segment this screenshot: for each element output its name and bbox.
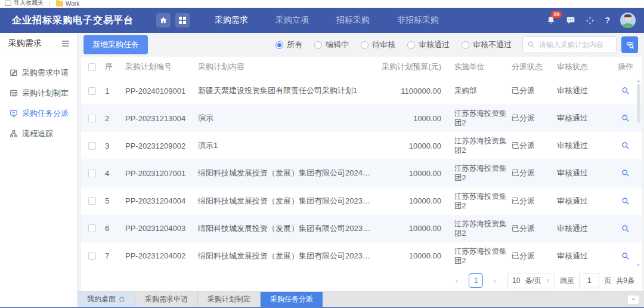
page-size-unit: 条/页 [525, 276, 541, 286]
sidebar-item[interactable]: 采购需求申请 [0, 63, 77, 83]
view-detail-button[interactable] [621, 169, 630, 177]
table-card: 序 采购计划编号 采购计划内容 采购计划预算(元) 实施单位 分派状态 审核状态… [81, 57, 642, 291]
messages-button[interactable] [566, 16, 575, 25]
scrollbar-thumb[interactable] [637, 84, 640, 122]
row-audit-status: 审核通过 [555, 85, 609, 96]
row-audit-status: 审核通过 [555, 196, 609, 207]
row-checkbox[interactable] [88, 142, 96, 150]
table-row[interactable]: 3 PP-20231209002 演示1 10000.00 江苏苏海投资集团2 … [81, 132, 642, 159]
row-checkbox[interactable] [88, 87, 96, 95]
chevron-down-icon: ∨ [546, 278, 550, 284]
header-nav: 采购需求采购立项招标采购非招标采购 [215, 15, 439, 26]
sidebar-menu: 采购需求申请 采购计划制定 采购任务分派 流程追踪 [0, 54, 77, 144]
table-row[interactable]: 2 PP-20231213004 演示 1000.00 江苏苏海投资集团2 已分… [81, 104, 642, 132]
monitor-share-icon [10, 109, 18, 118]
view-detail-button[interactable] [621, 114, 630, 122]
bookmark-folder-work[interactable]: Work [56, 1, 79, 7]
status-filter-radio[interactable]: 待审核 [361, 39, 395, 50]
row-seq: 7 [103, 251, 123, 260]
row-code: PP-20231204003 [123, 224, 196, 233]
table-row[interactable]: 6 PP-20231204003 绵阳科技城发展投资（发展）集团有限公司2023… [81, 215, 642, 242]
search-input[interactable] [522, 36, 617, 53]
row-audit-status: 审核通过 [555, 168, 609, 178]
view-detail-button[interactable] [621, 252, 630, 260]
top-header: 企业招标采购电子交易平台 采购需求采购立项招标采购非招标采购 26 ? [0, 8, 644, 33]
table-scrollbar[interactable]: ▲ ▼ [636, 78, 641, 267]
sidebar: 采购需求 采购需求申请 采购计划制定 采购任务分派 流程追踪 [0, 33, 78, 307]
nav-item[interactable]: 采购立项 [275, 15, 309, 26]
nav-item[interactable]: 采购需求 [215, 15, 248, 26]
sidebar-collapse-button[interactable] [60, 39, 71, 48]
col-op: 操作 [609, 61, 642, 72]
row-checkbox[interactable] [88, 224, 96, 232]
sidebar-title: 采购需求 [8, 38, 42, 49]
refresh-icon[interactable] [119, 296, 125, 303]
next-page-button[interactable]: › [488, 273, 502, 288]
status-filter-radio[interactable]: 审核不通过 [462, 39, 512, 50]
jump-unit: 页 [604, 276, 611, 286]
row-code: PP-20240109001 [123, 87, 196, 96]
view-detail-button[interactable] [621, 141, 630, 150]
radio-icon [462, 41, 469, 49]
table-row[interactable]: 1 PP-20240109001 新疆天聚建设投资集团有限责任公司采购计划1 1… [81, 77, 642, 104]
row-checkbox[interactable] [88, 115, 96, 122]
import-bookmarks-label: 导入收藏夹 [14, 0, 44, 7]
scroll-up-icon[interactable]: ▲ [636, 78, 640, 83]
pagination: ‹ 1 › 10 条/页 ∨ 跳至 页 共9条 [81, 270, 642, 291]
sidebar-item-label: 采购任务分派 [22, 108, 69, 119]
row-dispatch-status: 已分派 [509, 196, 555, 207]
col-code: 采购计划编号 [123, 61, 196, 72]
bottom-tab[interactable]: 我的桌面 [78, 292, 135, 307]
list-search-icon [626, 41, 634, 50]
sidebar-item[interactable]: 采购任务分派 [0, 103, 77, 124]
view-detail-button[interactable] [621, 197, 630, 205]
select-all-checkbox[interactable] [88, 63, 96, 71]
apps-grid-button[interactable] [175, 13, 190, 27]
sidebar-item[interactable]: 流程追踪 [0, 124, 77, 144]
row-checkbox[interactable] [88, 197, 96, 205]
page-size-value: 10 [512, 276, 520, 285]
fullscreen-button[interactable] [586, 16, 595, 25]
scroll-down-icon[interactable]: ▼ [636, 263, 640, 267]
advanced-search-button[interactable] [621, 36, 638, 53]
row-checkbox[interactable] [88, 170, 96, 177]
row-content: 绵阳科技城发展投资（发展）集团有限公司2023年度第三季度采购 [196, 223, 376, 234]
nav-item[interactable]: 招标采购 [336, 15, 370, 26]
row-checkbox[interactable] [88, 252, 96, 260]
row-audit-status: 审核通过 [555, 140, 609, 151]
user-avatar[interactable] [620, 13, 636, 28]
col-dispatch: 分派状态 [509, 61, 555, 72]
nav-item[interactable]: 非招标采购 [397, 15, 439, 26]
bottom-tab[interactable]: 采购任务分派 [261, 292, 323, 307]
row-dispatch-status: 已分派 [509, 85, 555, 96]
table-row[interactable]: 5 PP-20231204004 绵阳科技城发展投资（发展）集团有限公司2023… [81, 187, 642, 215]
row-seq: 6 [103, 224, 123, 233]
prev-page-button[interactable]: ‹ [450, 273, 464, 288]
home-button[interactable] [156, 13, 171, 27]
status-filter-radio[interactable]: 编辑中 [314, 39, 349, 50]
view-detail-button[interactable] [621, 87, 630, 95]
status-filter-radio[interactable]: 审核通过 [407, 39, 450, 50]
row-audit-status: 审核通过 [555, 223, 609, 234]
sidebar-item[interactable]: 采购计划制定 [0, 83, 77, 103]
bottom-tab[interactable]: 采购需求申请 [135, 292, 198, 307]
row-dispatch-status: 已分派 [509, 251, 555, 261]
bottom-tab[interactable]: 采购计划制定 [198, 292, 261, 307]
table-row[interactable]: 7 PP-20231204002 绵阳科技城发展投资（发展）集团有限公司2023… [81, 242, 642, 270]
total-count: 共9条 [616, 276, 634, 286]
row-content: 演示1 [196, 140, 376, 151]
row-unit: 采购部 [452, 86, 509, 96]
status-filter-radio[interactable]: 所有 [275, 39, 302, 50]
help-button[interactable]: ? [605, 16, 610, 25]
notifications-button[interactable]: 26 [546, 16, 556, 25]
table-row[interactable]: 4 PP-20231207001 绵阳科技城发展投资（发展）集团有限公司2024… [81, 159, 642, 187]
page-number-button[interactable]: 1 [469, 273, 483, 288]
import-bookmarks-button[interactable]: 导入收藏夹 [5, 0, 44, 7]
add-task-button[interactable]: 新增采购任务 [83, 35, 148, 54]
collapse-tabs-button[interactable] [627, 295, 639, 304]
view-detail-button[interactable] [621, 224, 630, 233]
page-size-select[interactable]: 10 条/页 ∨ [507, 273, 555, 288]
bookmarks-divider [49, 1, 50, 7]
row-seq: 2 [103, 114, 123, 123]
jump-page-input[interactable] [579, 273, 599, 288]
